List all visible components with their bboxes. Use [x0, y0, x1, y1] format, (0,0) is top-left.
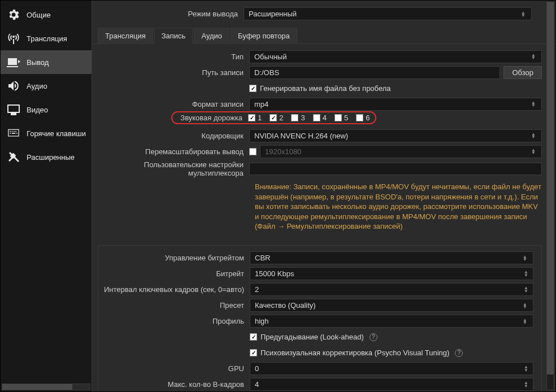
psycho-label: Психовизуальная корректировка (Psycho Vi… [260, 349, 449, 357]
audio-tracks-highlight: Звуковая дорожка 1 2 3 4 5 6 [171, 111, 376, 124]
psycho-checkbox[interactable] [250, 349, 257, 356]
updown-icon: ▲▼ [522, 319, 528, 324]
svg-rect-3 [14, 131, 15, 132]
path-label: Путь записи [98, 68, 249, 77]
gear-icon [6, 7, 21, 22]
sidebar-item-label: Общие [27, 11, 51, 19]
sidebar-item-video[interactable]: Видео [1, 98, 92, 121]
sidebar-item-label: Расширенные [27, 153, 75, 162]
updown-icon: ▲▼ [530, 101, 537, 107]
keyint-input[interactable]: 2▲▼ [250, 283, 533, 296]
keyint-label: Интервал ключевых кадров (сек, 0=авто) [98, 285, 250, 294]
sidebar-item-stream[interactable]: Трансляция [1, 27, 92, 50]
help-icon[interactable]: ? [370, 333, 377, 341]
sidebar-item-label: Горячие клавиши [27, 129, 86, 138]
antenna-icon [6, 31, 21, 46]
format-select[interactable]: mp4 ▲▼ [249, 98, 542, 111]
bframes-label: Макс. кол-во B-кадров [98, 380, 250, 389]
encoder-select[interactable]: NVIDIA NVENC H.264 (new) ▲▼ [249, 129, 542, 142]
svg-rect-6 [12, 133, 16, 134]
rescale-select[interactable]: 1920x1080 ▲▼ [260, 145, 542, 158]
tab-record[interactable]: Запись [154, 28, 193, 44]
spinner-icon[interactable]: ▲▼ [524, 381, 528, 388]
track-3-checkbox[interactable] [291, 114, 298, 121]
sidebar-item-audio[interactable]: Аудио [1, 74, 92, 98]
speaker-icon [6, 79, 21, 93]
sidebar-item-label: Видео [27, 106, 48, 114]
track-2-checkbox[interactable] [270, 114, 277, 121]
sidebar-item-hotkeys[interactable]: Горячие клавиши [1, 121, 92, 145]
svg-rect-5 [10, 133, 11, 134]
svg-rect-7 [16, 133, 18, 134]
rescale-checkbox[interactable] [249, 148, 257, 155]
output-mode-value: Расширенный [249, 10, 297, 18]
browse-button[interactable]: Обзор [503, 66, 542, 79]
path-input[interactable]: D:/OBS [249, 66, 500, 79]
svg-rect-1 [10, 131, 11, 132]
output-mode-label: Режим вывода [92, 10, 244, 18]
keyboard-icon [6, 126, 21, 141]
type-select[interactable]: Обычный ▲▼ [249, 50, 542, 63]
generate-filename-checkbox[interactable] [249, 85, 257, 92]
track-4-checkbox[interactable] [313, 114, 320, 121]
updown-icon: ▲▼ [530, 133, 537, 138]
warning-text: Внимание: Записи, сохранённые в MP4/MOV … [98, 180, 542, 236]
tab-replay[interactable]: Буфер повтора [231, 28, 297, 44]
tools-icon [6, 150, 21, 164]
track-6-checkbox[interactable] [356, 114, 363, 121]
updown-icon: ▲▼ [530, 54, 537, 59]
updown-icon: ▲▼ [530, 149, 537, 154]
mux-input[interactable] [249, 163, 542, 175]
bitrate-input[interactable]: 15000 Kbps▲▼ [250, 267, 533, 280]
gpu-input[interactable]: 0▲▼ [250, 362, 533, 375]
monitor-icon [6, 102, 21, 117]
rescale-label: Перемасштабировать вывод [98, 147, 249, 156]
generate-filename-label: Генерировать имя файла без пробела [260, 84, 391, 93]
svg-rect-2 [12, 131, 13, 132]
tracks-label: Звуковая дорожка [173, 114, 248, 122]
main-panel: Режим вывода Расширенный ▲▼ Трансляция З… [92, 1, 555, 391]
sidebar: Общие Трансляция Вывод Аудио Видео [1, 1, 92, 391]
track-5-checkbox[interactable] [335, 114, 342, 121]
type-label: Тип [98, 53, 249, 61]
bframes-input[interactable]: 4▲▼ [250, 378, 533, 391]
tab-audio[interactable]: Аудио [194, 28, 229, 44]
bitrate-label: Битрейт [98, 269, 250, 278]
spinner-icon[interactable]: ▲▼ [524, 365, 528, 372]
profile-label: Профиль [98, 317, 250, 325]
encoder-settings-box: Управление битрейтом CBR▲▼ Битрейт 15000… [98, 245, 542, 391]
encoder-label: Кодировщик [98, 132, 249, 140]
spinner-icon[interactable]: ▲▼ [524, 271, 528, 277]
updown-icon: ▲▼ [520, 11, 527, 17]
rate-control-label: Управление битрейтом [98, 254, 250, 262]
sidebar-item-label: Трансляция [27, 34, 67, 43]
lookahead-checkbox[interactable] [250, 333, 257, 341]
spinner-icon[interactable]: ▲▼ [524, 286, 528, 293]
tabs: Трансляция Запись Аудио Буфер повтора [92, 27, 555, 44]
main-scrollbar[interactable] [546, 2, 554, 390]
lookahead-label: Предугадывание (Look-ahead) [260, 333, 364, 341]
svg-rect-0 [8, 129, 19, 136]
updown-icon: ▲▼ [522, 255, 528, 261]
output-mode-select[interactable]: Расширенный ▲▼ [244, 7, 532, 20]
gpu-label: GPU [98, 364, 250, 373]
output-icon [6, 55, 21, 69]
sidebar-item-output[interactable]: Вывод [1, 50, 92, 74]
svg-rect-4 [15, 131, 16, 132]
rate-control-select[interactable]: CBR▲▼ [250, 251, 533, 264]
preset-label: Пресет [98, 301, 250, 310]
sidebar-item-label: Аудио [27, 82, 47, 90]
sidebar-item-advanced[interactable]: Расширенные [1, 145, 92, 169]
sidebar-scrollbar[interactable] [2, 384, 90, 390]
updown-icon: ▲▼ [522, 303, 528, 308]
track-1-checkbox[interactable] [248, 114, 255, 121]
format-label: Формат записи [98, 100, 249, 108]
profile-select[interactable]: high▲▼ [250, 315, 533, 328]
mux-label: Пользовательские настройки мультиплексор… [98, 160, 249, 177]
preset-select[interactable]: Качество (Quality)▲▼ [250, 299, 533, 312]
help-icon[interactable]: ? [455, 349, 463, 357]
tab-stream[interactable]: Трансляция [98, 28, 153, 44]
sidebar-item-label: Вывод [27, 58, 49, 67]
sidebar-item-general[interactable]: Общие [1, 3, 92, 27]
